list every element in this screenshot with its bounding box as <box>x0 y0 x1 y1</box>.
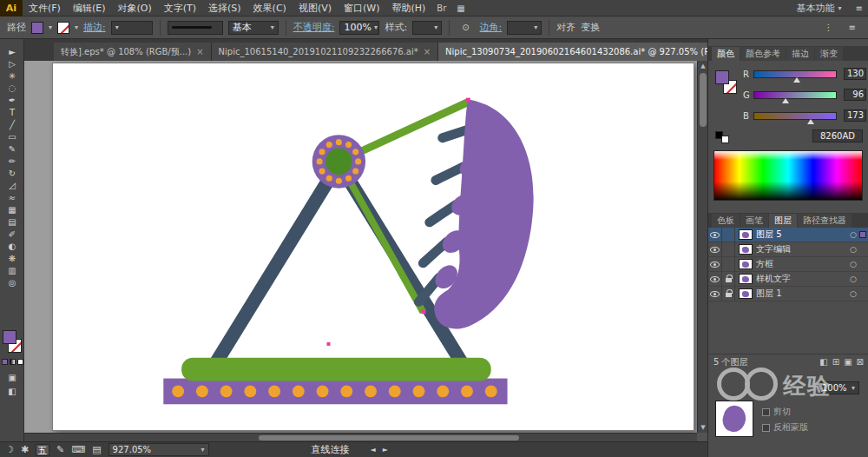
screen-mode-icon[interactable]: ◧ <box>0 387 24 399</box>
visibility-toggle[interactable] <box>708 257 722 272</box>
dock-controls-icon[interactable]: ⋮ <box>819 23 838 32</box>
menu-view[interactable]: 视图(V) <box>293 0 338 17</box>
tab-color-guide[interactable]: 颜色参考 <box>740 47 786 61</box>
menu-window[interactable]: 窗口(W) <box>338 0 385 17</box>
menu-select[interactable]: 选择(S) <box>202 0 247 17</box>
layer-target-icon[interactable]: ○ <box>847 289 859 298</box>
arrange-documents-icon[interactable]: ▦ <box>451 3 470 13</box>
close-icon[interactable]: × <box>196 43 203 61</box>
direct-selection-tool[interactable]: ▷ <box>0 58 24 70</box>
layer-name[interactable]: 图层 1 <box>756 288 847 300</box>
visibility-toggle[interactable] <box>708 228 722 242</box>
close-icon[interactable]: × <box>424 43 431 61</box>
document-tab[interactable]: Nipic_10615140_20191021109232266676.ai* … <box>212 43 439 61</box>
gradient-button[interactable] <box>10 359 16 365</box>
layer-target-icon[interactable]: ○ <box>847 275 859 283</box>
checkbox-icon[interactable] <box>762 424 770 432</box>
moon-icon[interactable]: ☽ <box>5 444 14 455</box>
menu-type[interactable]: 文字(T) <box>158 0 202 17</box>
toolbox-icon[interactable]: ▤ <box>92 444 101 455</box>
tab-layers[interactable]: 图层 <box>769 214 797 228</box>
mesh-tool[interactable]: ▦ <box>0 204 24 216</box>
brush-definition[interactable]: 基本 ▾ <box>228 21 279 35</box>
pen-icon[interactable]: ✎ <box>56 444 64 455</box>
recolor-artwork-icon[interactable]: ⊙ <box>457 23 474 32</box>
zoom-level-dropdown[interactable]: 927.05% ▾ <box>108 443 209 456</box>
eyedropper-tool[interactable]: ✐ <box>0 228 24 241</box>
fill-swatch[interactable] <box>3 330 16 344</box>
symbol-sprayer-tool[interactable]: ❋ <box>0 253 24 265</box>
draw-mode-icon[interactable]: ▣ <box>0 373 24 385</box>
tab-swatches[interactable]: 色板 <box>712 214 740 228</box>
style-dropdown[interactable]: ▾ <box>412 21 442 35</box>
line-segment-tool[interactable]: ╱ <box>0 119 24 131</box>
none-button[interactable] <box>17 359 23 365</box>
variable-width-profile[interactable] <box>168 21 223 35</box>
menu-object[interactable]: 对象(O) <box>111 0 157 17</box>
red-value-input[interactable]: 130 <box>844 68 866 80</box>
blue-value-input[interactable]: 173 <box>844 109 866 122</box>
paintbrush-tool[interactable]: ✎ <box>0 143 24 156</box>
visibility-toggle[interactable] <box>708 287 722 301</box>
column-graph-tool[interactable]: ▥ <box>0 265 24 277</box>
lock-toggle[interactable] <box>722 257 735 272</box>
opacity-link[interactable]: 不透明度: <box>293 21 335 34</box>
workspace-switcher[interactable]: 基本功能 ▾ <box>788 2 851 15</box>
stroke-color-swatch[interactable] <box>57 22 69 34</box>
green-value-input[interactable]: 96 <box>844 89 866 101</box>
menu-help[interactable]: 帮助(H) <box>385 0 431 17</box>
gradient-tool[interactable]: ▤ <box>0 216 24 228</box>
layer-name[interactable]: 样机文字 <box>756 273 847 285</box>
new-sublayer-icon[interactable]: ⊞ <box>832 357 839 367</box>
bridge-icon[interactable]: Br <box>431 3 451 13</box>
zoom-tool[interactable]: ◎ <box>0 277 24 289</box>
fill-color-swatch[interactable] <box>31 22 43 34</box>
layer-target-icon[interactable]: ○ <box>847 245 859 254</box>
scale-tool[interactable]: ◿ <box>0 180 24 192</box>
color-spectrum[interactable] <box>713 150 863 201</box>
artboard-artwork[interactable] <box>53 63 694 430</box>
document-tab[interactable]: 转换].eps* @ 108% (RGB/预...) × <box>54 43 212 61</box>
layer-row[interactable]: 文字编辑 ○ <box>708 242 868 257</box>
green-slider[interactable] <box>753 91 837 99</box>
panel-menu-icon[interactable]: ≡ <box>851 3 868 13</box>
horizontal-scrollbar[interactable] <box>24 433 697 441</box>
horizontal-scroll-thumb[interactable] <box>259 435 519 440</box>
corner-link[interactable]: 边角: <box>480 21 503 34</box>
fill-swatch[interactable] <box>715 70 729 84</box>
pen-tool[interactable]: ✒ <box>0 95 24 107</box>
layer-name[interactable]: 文字编辑 <box>756 243 847 255</box>
corner-dropdown[interactable]: ▾ <box>507 21 542 35</box>
lock-toggle[interactable] <box>722 242 735 257</box>
tab-gradient[interactable]: 渐变 <box>815 47 843 61</box>
type-tool[interactable]: T <box>0 107 24 119</box>
color-button[interactable] <box>2 359 8 365</box>
slider-thumb[interactable] <box>782 98 789 103</box>
slider-thumb[interactable] <box>793 77 800 83</box>
stroke-link[interactable]: 描边: <box>83 21 106 34</box>
magic-wand-tool[interactable]: ✳ <box>0 70 24 83</box>
layer-name[interactable]: 图层 5 <box>756 228 847 241</box>
vertical-scrollbar[interactable]: ▲ ▼ <box>697 61 707 433</box>
selection-tool[interactable]: ► <box>0 46 24 58</box>
menu-edit[interactable]: 编辑(E) <box>67 0 112 17</box>
control-menu-icon[interactable]: ≡ <box>844 23 861 32</box>
layer-row[interactable]: 图层 1 ○ <box>708 287 868 301</box>
make-mask-icon[interactable]: ◧ <box>819 357 827 367</box>
rectangle-tool[interactable]: ▭ <box>0 131 24 143</box>
clip-checkbox-row[interactable]: 剪切 <box>762 406 791 418</box>
checkbox-icon[interactable] <box>762 408 770 416</box>
transparency-thumbnail[interactable] <box>715 401 753 437</box>
pencil-tool[interactable]: ✏ <box>0 156 24 168</box>
page-next-icon[interactable]: ► <box>383 446 388 454</box>
spark-icon[interactable]: ✱ <box>21 444 29 455</box>
lock-toggle[interactable] <box>722 272 735 287</box>
lock-toggle[interactable] <box>722 228 735 242</box>
opacity-input[interactable]: 100% ▾ <box>339 21 379 35</box>
menu-file[interactable]: 文件(F) <box>23 0 67 17</box>
invert-mask-checkbox-row[interactable]: 反相蒙版 <box>762 421 808 434</box>
layer-target-icon[interactable]: ○ <box>847 260 859 268</box>
layer-row[interactable]: 方框 ○ <box>708 257 868 272</box>
tab-pathfinder[interactable]: 路径查找器 <box>798 214 852 228</box>
white-swatch[interactable] <box>721 136 729 143</box>
